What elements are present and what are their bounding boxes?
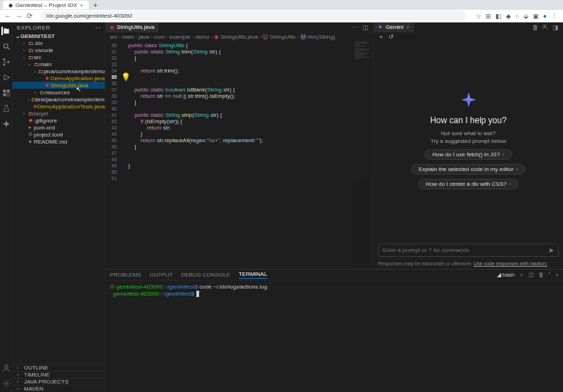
tab-terminal[interactable]: TERMINAL [239, 271, 267, 279]
folder-item[interactable]: ›🗀target [13, 110, 105, 117]
breadcrumb-segment[interactable]: Ⓜ trim(String) [301, 33, 336, 41]
extension-icon[interactable]: ◆ [506, 13, 511, 20]
breadcrumb-segment[interactable]: java [139, 34, 149, 40]
tab-problems[interactable]: PROBLEMS [110, 272, 141, 278]
code-line[interactable]: 41 public static String strip(String str… [106, 112, 373, 118]
folder-item[interactable]: ›🗀resources [13, 89, 105, 96]
tab-output[interactable]: OUTPUT [149, 272, 172, 278]
sidebar-section-timeline[interactable]: ›TIMELINE [13, 371, 105, 378]
suggested-prompt-3[interactable]: How do I center a div with CSS?› [418, 179, 519, 189]
prompt-field[interactable] [383, 247, 548, 253]
code-line[interactable]: 46 } [106, 144, 373, 150]
close-icon[interactable]: × [406, 24, 410, 30]
code-line[interactable]: 33 [106, 61, 373, 68]
code-line[interactable]: 42 if (isEmpty(str)) { [106, 118, 373, 125]
menu-icon[interactable]: ⋮ [551, 13, 557, 20]
new-chat-icon[interactable]: ＋ [378, 32, 384, 42]
code-line[interactable]: 32 } [106, 55, 373, 61]
code-line[interactable]: 49} [106, 163, 373, 169]
explorer-icon[interactable] [1, 27, 10, 35]
extension-icon[interactable]: ⬙ [524, 13, 529, 20]
link-icon[interactable]: ⇱ [543, 24, 548, 31]
split-terminal-icon[interactable]: ◫ [529, 272, 534, 278]
extensions-icon[interactable]: ⊞ [486, 13, 491, 20]
settings-gear-icon[interactable] [2, 379, 11, 388]
maximize-panel-icon[interactable]: ˄ [548, 272, 551, 278]
tab-debug-console[interactable]: DEBUG CONSOLE [181, 272, 230, 278]
source-control-icon[interactable] [2, 58, 11, 66]
split-editor-icon[interactable]: ◫ [362, 24, 369, 31]
history-icon[interactable]: ↺ [388, 33, 394, 40]
code-editor[interactable]: 30public class StringUtils {31 public st… [106, 41, 373, 269]
terminal-shell-selector[interactable]: ◢ bash [497, 272, 514, 278]
lightbulb-icon[interactable]: 💡 [121, 72, 131, 81]
extension-icon[interactable]: ▣ [533, 13, 539, 20]
code-line[interactable]: 39 } [106, 99, 373, 106]
breadcrumb-segment[interactable]: com [154, 34, 165, 40]
folder-item[interactable]: ⌄🗀java/com/example/demo [13, 68, 105, 75]
gemini-prompt-input[interactable]: ➤ [378, 244, 559, 257]
file-item[interactable]: ◆.gitignore [13, 117, 105, 124]
folder-item[interactable]: ⌄🗀test/java/com/example/demo [13, 96, 105, 103]
star-icon[interactable]: ☆ [476, 13, 481, 20]
more-icon[interactable]: ⋯ [95, 25, 101, 31]
breadcrumb-segment[interactable]: main [122, 34, 134, 40]
extension-icon[interactable]: ◧ [495, 13, 502, 20]
gemini-tab[interactable]: ✦ Gemini × [374, 23, 414, 32]
reload-icon[interactable]: ⟳ [27, 12, 32, 20]
code-line[interactable]: 36 [106, 80, 373, 87]
panel-toggle-icon[interactable]: ◨ [552, 24, 559, 31]
browser-tab[interactable]: ◆ Geminitest – Project IDX × [3, 1, 89, 9]
code-line[interactable]: 31 public static String trim(String str)… [106, 49, 373, 55]
code-line[interactable]: 34 return str.trim(); [106, 68, 373, 74]
suggested-prompt-1[interactable]: How do I use fetch() in JS?› [424, 149, 512, 160]
folder-item[interactable]: ⌄🗀src [13, 53, 105, 61]
breadcrumbs[interactable]: src›main›java›com›example›demo›◉ StringU… [106, 32, 373, 41]
file-item[interactable]: ◉DemoApplication.java [13, 75, 105, 82]
code-line[interactable]: 45 return str.replaceAll(regex:"\\s+", r… [106, 137, 373, 144]
gemini-activity-icon[interactable] [2, 120, 11, 128]
send-icon[interactable]: ➤ [548, 246, 554, 254]
breadcrumb-segment[interactable]: demo [195, 34, 209, 40]
code-line[interactable]: 44 } [106, 131, 373, 137]
testing-icon[interactable] [2, 104, 11, 113]
new-tab-button[interactable]: + [89, 1, 101, 9]
code-line[interactable]: 43 return str; [106, 125, 373, 131]
back-icon[interactable]: ← [4, 12, 11, 20]
file-item[interactable]: ◉DemoApplicationTests.java [13, 103, 105, 110]
search-icon[interactable] [2, 42, 11, 51]
suggested-prompt-2[interactable]: Explain the selected code in my editor› [411, 164, 526, 175]
breadcrumb-segment[interactable]: ◉ StringUtils.java [214, 34, 258, 40]
code-line[interactable]: 51 [106, 175, 373, 182]
kill-terminal-icon[interactable]: 🗑 [538, 272, 544, 278]
editor-more-icon[interactable]: ⋯ [352, 24, 358, 31]
breadcrumb-segment[interactable]: src [110, 34, 118, 40]
folder-item[interactable]: ›🗀.idx [13, 39, 105, 46]
folder-item[interactable]: ›🗀.vscode [13, 46, 105, 53]
disclaimer-link[interactable]: Use code responses with caution. [474, 261, 548, 266]
sidebar-section-outline[interactable]: ›OUTLINE [13, 364, 105, 371]
profile-icon[interactable]: ● [543, 13, 547, 20]
extensions-icon[interactable] [2, 89, 11, 97]
forward-icon[interactable]: → [15, 12, 23, 20]
code-line[interactable]: 30public class StringUtils { [106, 42, 373, 49]
terminal-body[interactable]: ⊙ geminitest-403092:~/geminitest$ code ~… [106, 281, 563, 392]
code-line[interactable]: 40 [106, 106, 373, 112]
file-item[interactable]: ⚙project.toml [13, 131, 105, 138]
code-line[interactable]: 35💡 [106, 74, 373, 80]
new-terminal-icon[interactable]: ＋ [519, 271, 524, 279]
code-line[interactable]: 37 public static boolean isBlank(String … [106, 87, 373, 93]
sidebar-section-java-projects[interactable]: ›JAVA PROJECTS [13, 378, 105, 385]
trash-icon[interactable]: 🗑 [532, 24, 538, 31]
account-icon[interactable] [2, 364, 11, 372]
breadcrumb-segment[interactable]: Ⓒ StringUtils [262, 33, 296, 41]
file-item[interactable]: ▼README.md [13, 138, 105, 145]
file-item[interactable]: ▸pom.xml [13, 124, 105, 131]
code-line[interactable]: 47 [106, 150, 373, 156]
debug-icon[interactable] [2, 73, 11, 82]
folder-item[interactable]: ⌄🗀main [13, 61, 105, 68]
code-line[interactable]: 38 return str == null || str.trim().isEm… [106, 93, 373, 99]
url-input[interactable]: idx.google.com/geminitest-403092 [41, 11, 466, 20]
code-line[interactable]: 50 [106, 169, 373, 175]
breadcrumb-segment[interactable]: example [170, 34, 191, 40]
